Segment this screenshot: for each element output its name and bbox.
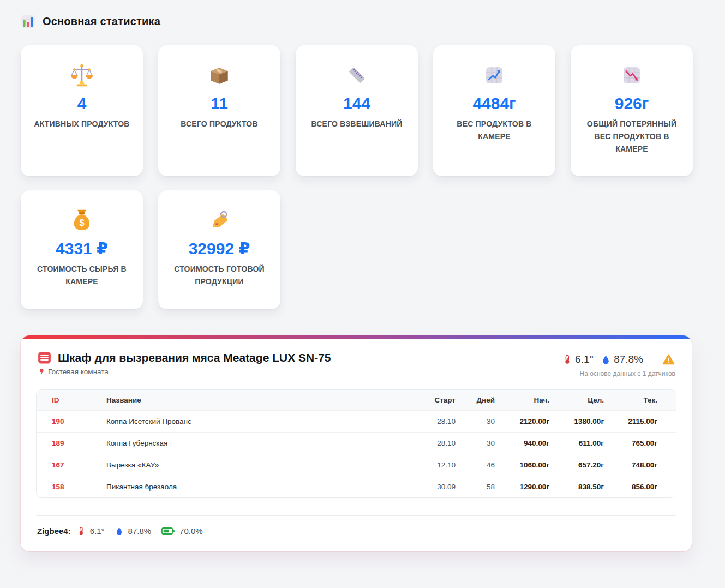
col-header-current: Тек. xyxy=(612,390,676,411)
cell-initial: 1290.00г xyxy=(502,476,557,498)
cell-initial: 2120.00г xyxy=(502,411,557,433)
droplet-icon xyxy=(115,526,123,536)
sensor-temperature: 6.1° xyxy=(90,526,105,536)
products-table: ID Название Старт Дней Нач. Цел. Тек. 19… xyxy=(36,389,676,498)
cabinet-header-left: Шкаф для вызревания мяса Meatage LUX SN-… xyxy=(37,351,331,376)
cell-initial: 1060.00г xyxy=(502,454,557,476)
col-header-initial: Нач. xyxy=(502,390,557,411)
stat-label: ВСЕГО ПРОДУКТОВ xyxy=(169,118,269,130)
stats-section-header: Основная статистика xyxy=(21,14,704,29)
stat-card-lost-weight: 926г ОБЩИЙ ПОТЕРЯННЫЙ ВЕС ПРОДУКТОВ В КА… xyxy=(571,45,693,176)
cell-name: Коппа Губернская xyxy=(99,433,413,454)
cell-id: 158 xyxy=(37,476,99,498)
cell-name: Пикантная брезаола xyxy=(99,476,413,498)
svg-text:$: $ xyxy=(79,218,84,227)
chart-up-icon xyxy=(444,63,544,88)
table-header-row: ID Название Старт Дней Нач. Цел. Тек. xyxy=(37,390,676,411)
stat-card-active-products: 4 АКТИВНЫХ ПРОДУКТОВ xyxy=(21,45,143,176)
cabinet-humidity: 87.8% xyxy=(614,353,643,365)
stat-card-total-products: 11 ВСЕГО ПРОДУКТОВ xyxy=(158,45,280,176)
table-row[interactable]: 190 Коппа Исетский Прованс 28.10 30 2120… xyxy=(37,411,676,433)
cabinet-header: Шкаф для вызревания мяса Meatage LUX SN-… xyxy=(21,339,692,385)
cell-name: Коппа Исетский Прованс xyxy=(99,411,413,433)
col-header-start: Старт xyxy=(413,390,463,411)
table-row[interactable]: 189 Коппа Губернская 28.10 30 940.00г 61… xyxy=(37,433,676,454)
ruler-icon xyxy=(307,63,407,88)
sensors-note: На основе данных с 1 датчиков xyxy=(562,370,675,377)
cell-start: 28.10 xyxy=(413,433,463,454)
sensor-name: Zigbee4: xyxy=(37,526,71,536)
cell-days: 46 xyxy=(463,454,502,476)
cell-target: 838.50г xyxy=(557,476,612,498)
cabinet-location-label: Гостевая комната xyxy=(48,368,109,376)
stat-card-raw-cost: $ 4331 ₽ СТОИМОСТЬ СЫРЬЯ В КАМЕРЕ xyxy=(21,190,143,309)
cell-target: 1380.00г xyxy=(557,411,612,433)
stat-value: 11 xyxy=(169,94,269,113)
stat-label: СТОИМОСТЬ СЫРЬЯ В КАМЕРЕ xyxy=(32,263,132,288)
stat-label: АКТИВНЫХ ПРОДУКТОВ xyxy=(32,118,132,130)
stat-card-total-weighings: 144 ВСЕГО ВЗВЕШИВАНИЙ xyxy=(296,45,418,176)
cell-initial: 940.00г xyxy=(502,433,557,454)
cell-current: 856.00г xyxy=(612,476,676,498)
cabinet-icon xyxy=(37,351,52,365)
col-header-target: Цел. xyxy=(557,390,612,411)
sensor-humidity: 87.8% xyxy=(128,526,152,536)
cell-current: 748.00г xyxy=(612,454,676,476)
cell-current: 2115.00г xyxy=(612,411,676,433)
stat-card-weight-in-chamber: 4484г ВЕС ПРОДУКТОВ В КАМЕРЕ xyxy=(433,45,555,176)
bar-chart-icon xyxy=(21,14,35,29)
stats-section-title: Основная статистика xyxy=(43,15,160,28)
stat-label: ОБЩИЙ ПОТЕРЯННЫЙ ВЕС ПРОДУКТОВ В КАМЕРЕ xyxy=(582,118,682,155)
pin-icon xyxy=(39,368,45,376)
warning-icon[interactable] xyxy=(662,353,675,366)
stat-value: 144 xyxy=(307,94,407,113)
stat-label: ВЕС ПРОДУКТОВ В КАМЕРЕ xyxy=(444,118,544,143)
stat-value: 4331 ₽ xyxy=(32,239,132,259)
scales-icon xyxy=(32,63,132,88)
col-header-name: Название xyxy=(99,390,413,411)
stat-label: ВСЕГО ВЗВЕШИВАНИЙ xyxy=(307,118,407,130)
cell-start: 12.10 xyxy=(413,454,463,476)
stat-cards-row-1: 4 АКТИВНЫХ ПРОДУКТОВ 11 ВСЕГО ПРОДУКТОВ xyxy=(21,45,704,176)
cabinet-card: Шкаф для вызревания мяса Meatage LUX SN-… xyxy=(21,335,692,551)
cell-name: Вырезка «КАУ» xyxy=(99,454,413,476)
col-header-id: ID xyxy=(37,390,99,411)
cabinet-title: Шкаф для вызревания мяса Meatage LUX SN-… xyxy=(58,351,331,364)
thermometer-icon xyxy=(562,353,572,366)
dashboard-page: Основная статистика 4 АКТИВНЫХ xyxy=(0,0,725,551)
money-bag-icon: $ xyxy=(32,208,132,233)
col-header-days: Дней xyxy=(463,390,502,411)
chart-down-icon xyxy=(582,63,682,88)
sensor-status-bar: Zigbee4: 6.1° 87.8% xyxy=(36,515,676,551)
cell-target: 611.00г xyxy=(557,433,612,454)
cell-start: 28.10 xyxy=(413,411,463,433)
package-icon xyxy=(169,63,269,88)
cell-days: 30 xyxy=(463,433,502,454)
stat-label: СТОИМОСТЬ ГОТОВОЙ ПРОДУКЦИИ xyxy=(169,263,269,288)
cell-target: 657.20г xyxy=(557,454,612,476)
table-row[interactable]: 167 Вырезка «КАУ» 12.10 46 1060.00г 657.… xyxy=(37,454,676,476)
stat-value: 4484г xyxy=(444,94,544,113)
sensor-battery: 70.0% xyxy=(179,526,203,536)
stat-card-finished-cost: 32992 ₽ СТОИМОСТЬ ГОТОВОЙ ПРОДУКЦИИ xyxy=(158,190,280,309)
battery-icon xyxy=(161,527,175,535)
cell-start: 30.09 xyxy=(413,476,463,498)
cell-id: 189 xyxy=(37,433,99,454)
cell-days: 30 xyxy=(463,411,502,433)
droplet-icon xyxy=(601,354,610,365)
cell-id: 167 xyxy=(37,454,99,476)
stat-value: 32992 ₽ xyxy=(169,239,269,259)
cabinet-temperature: 6.1° xyxy=(575,353,594,365)
cell-days: 58 xyxy=(463,476,502,498)
tag-icon xyxy=(169,208,269,233)
stat-cards-row-2: $ 4331 ₽ СТОИМОСТЬ СЫРЬЯ В КАМЕРЕ 32992 … xyxy=(21,190,704,309)
thermometer-icon xyxy=(77,525,85,537)
stat-value: 926г xyxy=(582,94,682,113)
cabinet-climate: 6.1° 87.8% На осн xyxy=(562,351,675,377)
table-row[interactable]: 158 Пикантная брезаола 30.09 58 1290.00г… xyxy=(37,476,676,498)
cell-id: 190 xyxy=(37,411,99,433)
cell-current: 765.00г xyxy=(612,433,676,454)
stat-value: 4 xyxy=(32,94,132,113)
